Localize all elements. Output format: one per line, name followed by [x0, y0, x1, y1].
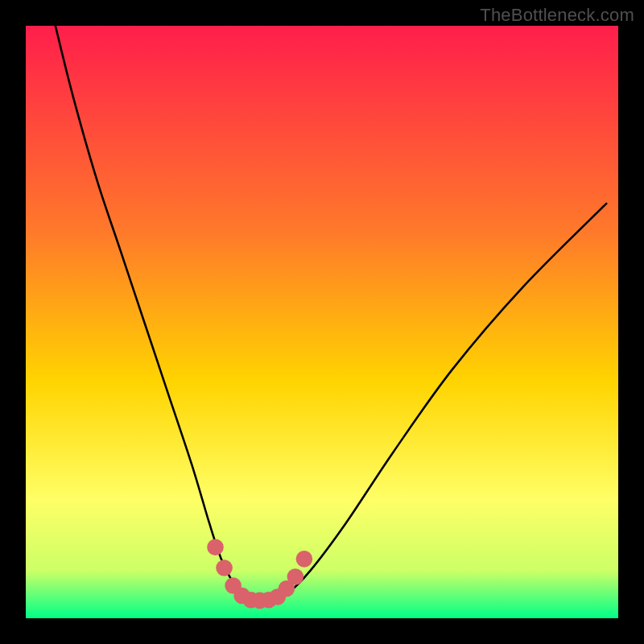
sweet-spot-point — [216, 559, 233, 576]
sweet-spot-point — [296, 551, 313, 568]
sweet-spot-point — [207, 539, 224, 555]
watermark-text: TheBottleneck.com — [480, 5, 634, 26]
bottleneck-curve — [56, 26, 606, 601]
curve-layer — [26, 26, 618, 618]
sweet-spot-points — [207, 539, 312, 609]
sweet-spot-point — [287, 568, 304, 585]
plot-frame — [26, 26, 618, 618]
